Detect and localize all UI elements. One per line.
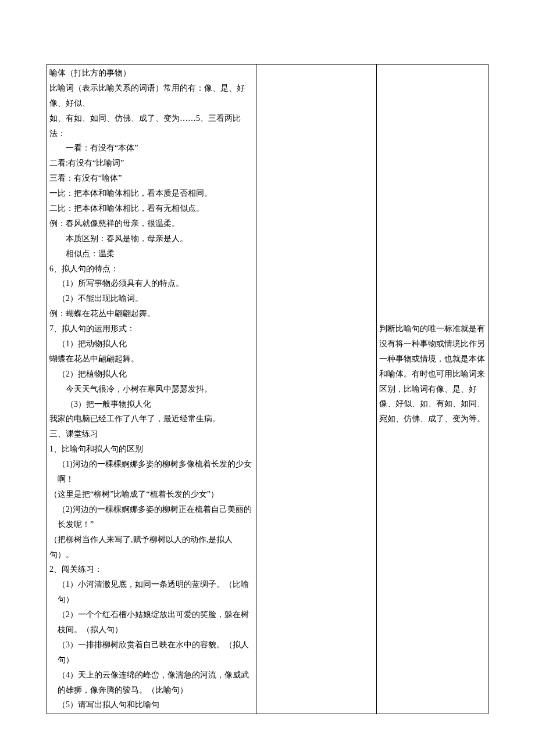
text-line: 一比：把本体和喻体相比，看本质是否相同。 [49,186,254,201]
text-line: 二比：把本体和喻体相比，看有无相似点。 [49,201,254,216]
document-page: 喻体（打比方的事物） 比喻词（表示比喻关系的词语）常用的有：像、是、好像、好似、… [0,0,535,756]
text-line: （2）把植物拟人化 [49,367,254,382]
margin-note: 判断比喻句的唯一标准就是有没有将一种事物或情境比作另一种事物或情境，也就是本体和… [379,321,486,427]
text-line: （5）请写出拟人句和比喻句 [49,697,254,712]
text-line: 2、闯关练习： [49,562,254,577]
text-line: 一看：有没有“本体” [49,141,254,156]
text-line: 6、拟人句的特点： [49,261,254,277]
text-line: （4）天上的云像连绵的峰峦，像湍急的河流，像威武的雄狮，像奔腾的骏马。（比喻句） [49,668,254,698]
text-line: （1）把动物拟人化 [49,336,254,352]
text-line: 我家的电脑已经工作了八年了，最近经常生病。 [49,411,254,427]
section-heading: 三、课堂练习 [49,427,254,442]
text-line: （3）一排排柳树欣赏着自己映在水中的容貌。（拟人句） [49,637,254,668]
text-line: 例：蝴蝶在花丛中翩翩起舞。 [49,306,254,321]
text-line: 二看:有没有“比喻词” [49,156,254,171]
text-line: 三看：有没有“喻体” [49,171,254,186]
text-line: 7、拟人句的运用形式： [49,321,254,336]
text-line: （这里是把“柳树”比喻成了“梳着长发的少女”） [49,487,254,502]
text-line: 比喻词（表示比喻关系的词语）常用的有：像、是、好像、好似、 [49,81,254,111]
text-line: （2)河边的一棵棵婀娜多姿的柳树正在梳着自己美丽的长发呢！” [49,502,254,532]
text-line: 本质区别：春风是物，母亲是人。 [49,231,254,246]
text-line: （2）不能出现比喻词。 [49,291,254,306]
text-line: 相似点：温柔 [49,246,254,261]
text-line: 今天天气很冷，小树在寒风中瑟瑟发抖。 [49,382,254,397]
text-line: （3）把一般事物拟人化 [49,397,254,412]
text-line: （把柳树当作人来写了,赋予柳树以人的动作,是拟人句）。 [49,532,254,562]
text-line: （1）所写事物必须具有人的特点。 [49,276,254,291]
text-line: 1、比喻句和拟人句的区别 [49,442,254,457]
text-line: 喻体（打比方的事物） [49,66,254,81]
right-column: 判断比喻句的唯一标准就是有没有将一种事物或情境比作另一种事物或情境，也就是本体和… [377,65,488,714]
content-table: 喻体（打比方的事物） 比喻词（表示比喻关系的词语）常用的有：像、是、好像、好似、… [47,64,488,714]
text-line: （1)河边的一棵棵婀娜多姿的柳树多像梳着长发的少女啊！ [49,457,254,487]
text-line: （2）一个个红石榴小姑娘绽放出可爱的笑脸，躲在树枝间。（拟人句） [49,607,254,637]
middle-column [256,65,377,714]
text-line: 蝴蝶在花丛中翩翩起舞。 [49,352,254,367]
text-line: （1）小河清澈见底，如同一条透明的蓝绸子。（比喻句） [49,577,254,607]
text-line: 例：春风就像慈祥的母亲，很温柔。 [49,216,254,231]
text-line: 如、有如、如同、仿佛、成了、变为……5、三看两比法： [49,111,254,141]
left-column: 喻体（打比方的事物） 比喻词（表示比喻关系的词语）常用的有：像、是、好像、好似、… [47,65,256,714]
